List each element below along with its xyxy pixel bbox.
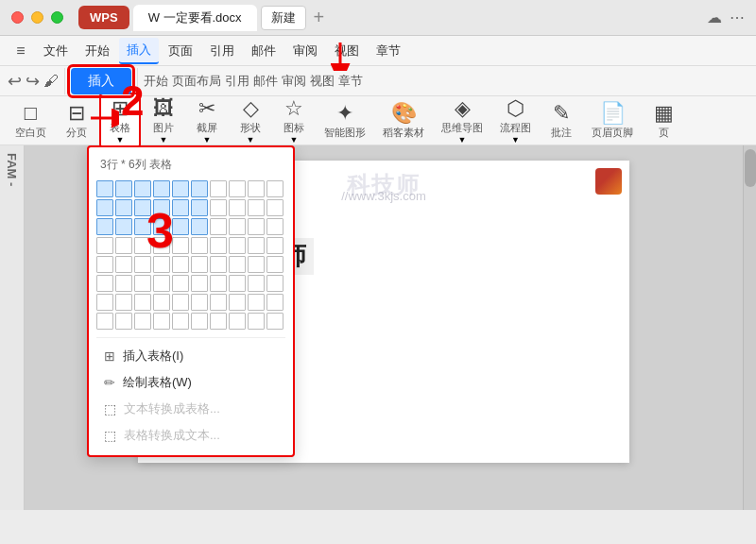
table-grid-cell[interactable] — [115, 180, 132, 197]
table-grid-cell[interactable] — [172, 237, 189, 254]
table-grid-cell[interactable] — [248, 313, 265, 330]
draw-table-item[interactable]: ✏ 绘制表格(W) — [96, 370, 285, 395]
undo-icon[interactable]: ↩ — [8, 71, 22, 92]
table-grid-cell[interactable] — [96, 218, 113, 235]
table-grid-cell[interactable] — [96, 294, 113, 311]
material-button[interactable]: 🎨 稻客素材 — [375, 99, 432, 142]
table-grid-cell[interactable] — [134, 180, 151, 197]
insert-table-item[interactable]: ⊞ 插入表格(I) — [96, 344, 285, 368]
table-grid-cell[interactable] — [210, 180, 227, 197]
table-grid-cell[interactable] — [191, 237, 208, 254]
menu-mail[interactable]: 邮件 — [244, 39, 284, 63]
tab-page-layout[interactable]: 页面布局 — [172, 73, 221, 90]
table-grid-cell[interactable] — [96, 313, 113, 330]
share-icon[interactable]: ⋯ — [730, 8, 745, 26]
table-grid-cell[interactable] — [210, 313, 227, 330]
table-grid-cell[interactable] — [172, 180, 189, 197]
image-button[interactable]: 🖼 图片 ▼ — [143, 94, 184, 146]
table-grid-cell[interactable] — [172, 218, 189, 235]
table-grid-cell[interactable] — [266, 256, 284, 273]
table-grid-cell[interactable] — [153, 256, 170, 273]
menu-view[interactable]: 视图 — [327, 39, 367, 63]
table-grid-cell[interactable] — [172, 275, 189, 292]
table-grid-cell[interactable] — [134, 237, 151, 254]
table-grid-cell[interactable] — [134, 275, 151, 292]
menu-chapter[interactable]: 章节 — [369, 39, 408, 63]
table-grid-cell[interactable] — [191, 180, 208, 197]
table-grid-cell[interactable] — [210, 237, 227, 254]
minimize-button[interactable] — [31, 11, 43, 24]
menu-home[interactable]: 开始 — [77, 39, 117, 63]
table-grid-cell[interactable] — [210, 256, 227, 273]
table-grid-cell[interactable] — [229, 313, 246, 330]
table-grid-cell[interactable] — [248, 218, 265, 235]
tab-review[interactable]: 审阅 — [282, 73, 306, 90]
table-grid-cell[interactable] — [191, 275, 208, 292]
table-grid-cell[interactable] — [229, 199, 246, 216]
menu-page[interactable]: 页面 — [161, 39, 200, 63]
table-grid-cell[interactable] — [115, 256, 132, 273]
header-footer-button[interactable]: 📄 页眉页脚 — [584, 99, 641, 142]
table-grid-cell[interactable] — [153, 199, 170, 216]
table-grid-cell[interactable] — [191, 313, 208, 330]
table-grid-cell[interactable] — [266, 313, 284, 330]
table-grid-cell[interactable] — [96, 199, 113, 216]
table-grid-cell[interactable] — [266, 237, 284, 254]
table-grid-cell[interactable] — [191, 256, 208, 273]
menu-reference[interactable]: 引用 — [202, 39, 242, 63]
table-grid-cell[interactable] — [96, 180, 113, 197]
table-grid-cell[interactable] — [229, 180, 246, 197]
table-grid-cell[interactable] — [153, 180, 170, 197]
menu-file[interactable]: 文件 — [36, 39, 76, 63]
screenshot-button[interactable]: ✂ 截屏 ▼ — [186, 94, 228, 146]
close-button[interactable] — [11, 11, 24, 24]
table-grid-cell[interactable] — [248, 256, 265, 273]
shape-button[interactable]: ◇ 形状 ▼ — [230, 94, 271, 146]
table-grid-cell[interactable] — [248, 275, 265, 292]
table-grid-cell[interactable] — [266, 294, 284, 311]
table-grid-cell[interactable] — [134, 294, 151, 311]
table-grid-cell[interactable] — [210, 275, 227, 292]
table-grid-cell[interactable] — [134, 313, 151, 330]
table-grid-cell[interactable] — [153, 275, 170, 292]
table-button[interactable]: ⊞ 表格 ▼ — [99, 93, 141, 148]
table-grid-cell[interactable] — [115, 275, 132, 292]
table-grid-cell[interactable] — [191, 218, 208, 235]
scroll-thumb[interactable] — [745, 149, 756, 187]
page-num-button[interactable]: ▦ 页 — [643, 99, 684, 142]
table-grid-cell[interactable] — [153, 218, 170, 235]
smartart-button[interactable]: ✦ 智能图形 — [317, 99, 373, 142]
wps-tab[interactable]: WPS — [78, 6, 129, 29]
tab-reference[interactable]: 引用 — [225, 73, 249, 90]
table-grid-cell[interactable] — [153, 313, 170, 330]
table-grid-cell[interactable] — [248, 199, 265, 216]
table-grid-cell[interactable] — [96, 256, 113, 273]
table-grid-cell[interactable] — [115, 218, 132, 235]
maximize-button[interactable] — [51, 11, 63, 24]
table-grid-cell[interactable] — [96, 275, 113, 292]
table-grid-cell[interactable] — [153, 294, 170, 311]
table-grid-cell[interactable] — [266, 199, 284, 216]
redo-icon[interactable]: ↪ — [26, 71, 40, 92]
blank-page-button[interactable]: □ 空白页 — [8, 99, 54, 142]
table-grid-cell[interactable] — [172, 256, 189, 273]
new-button[interactable]: 新建 — [261, 6, 306, 30]
table-grid-cell[interactable] — [210, 199, 227, 216]
tab-view[interactable]: 视图 — [310, 73, 335, 90]
table-grid-cell[interactable] — [229, 256, 246, 273]
mindmap-button[interactable]: ◈ 思维导图 ▼ — [434, 94, 490, 146]
format-painter-icon[interactable]: 🖌 — [43, 73, 59, 90]
insert-button[interactable]: 插入 — [71, 68, 131, 94]
table-grid-cell[interactable] — [172, 294, 189, 311]
icon-button[interactable]: ☆ 图标 ▼ — [273, 94, 315, 146]
menu-insert[interactable]: 插入 — [119, 38, 159, 64]
table-grid-cell[interactable] — [248, 237, 265, 254]
table-grid-cell[interactable] — [153, 237, 170, 254]
table-grid-cell[interactable] — [115, 199, 132, 216]
menu-review[interactable]: 审阅 — [285, 39, 325, 63]
table-grid[interactable] — [96, 180, 285, 330]
table-grid-cell[interactable] — [115, 237, 132, 254]
table-grid-cell[interactable] — [191, 199, 208, 216]
flowchart-button[interactable]: ⬡ 流程图 ▼ — [492, 94, 539, 146]
table-grid-cell[interactable] — [266, 180, 284, 197]
